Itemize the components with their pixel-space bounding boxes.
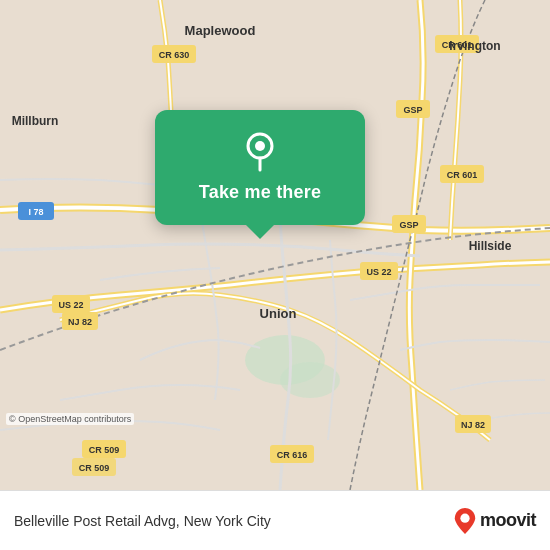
bottom-bar: Belleville Post Retail Advg, New York Ci… — [0, 490, 550, 550]
location-pin-icon — [238, 128, 282, 172]
svg-text:Irvington: Irvington — [449, 39, 500, 53]
svg-text:US 22: US 22 — [58, 300, 83, 310]
svg-text:NJ 82: NJ 82 — [461, 420, 485, 430]
map-container: CR 630 CR 601 CR 601 I 78 GSP GSP NJ 82 … — [0, 0, 550, 490]
svg-text:GSP: GSP — [403, 105, 422, 115]
svg-text:CR 630: CR 630 — [159, 50, 190, 60]
svg-text:NJ 82: NJ 82 — [68, 317, 92, 327]
svg-point-36 — [460, 513, 469, 522]
svg-text:CR 616: CR 616 — [277, 450, 308, 460]
svg-text:US 22: US 22 — [366, 267, 391, 277]
svg-text:I 78: I 78 — [28, 207, 43, 217]
popup-card: Take me there — [155, 110, 365, 225]
moovit-pin-icon — [454, 508, 476, 534]
svg-text:CR 601: CR 601 — [447, 170, 478, 180]
take-me-there-button[interactable]: Take me there — [199, 182, 321, 203]
moovit-logo: moovit — [454, 508, 536, 534]
svg-point-35 — [255, 141, 265, 151]
moovit-wordmark: moovit — [480, 510, 536, 531]
svg-text:CR 509: CR 509 — [89, 445, 120, 455]
location-label: Belleville Post Retail Advg, New York Ci… — [14, 513, 454, 529]
svg-text:Millburn: Millburn — [12, 114, 59, 128]
svg-text:GSP: GSP — [399, 220, 418, 230]
svg-text:CR 509: CR 509 — [79, 463, 110, 473]
map-attribution: © OpenStreetMap contributors — [6, 413, 134, 425]
svg-text:Union: Union — [260, 306, 297, 321]
svg-text:Hillside: Hillside — [469, 239, 512, 253]
svg-text:Maplewood: Maplewood — [185, 23, 256, 38]
